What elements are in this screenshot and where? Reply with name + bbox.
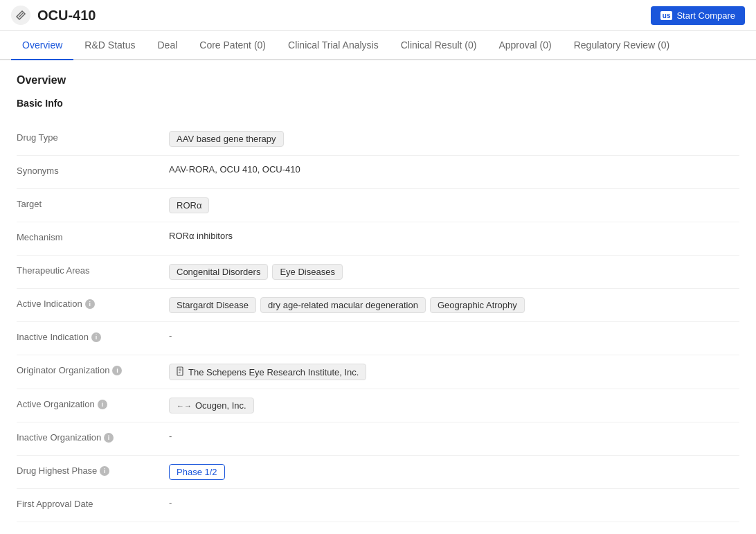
field-value: Stargardt Diseasedry age-related macular… <box>169 297 739 313</box>
start-compare-label: Start Compare <box>676 10 735 21</box>
field-value: Congenital DisordersEye Diseases <box>169 264 739 280</box>
tab-overview[interactable]: Overview <box>11 31 73 60</box>
field-label: Active Organizationi <box>17 398 169 409</box>
info-icon[interactable]: i <box>112 366 122 375</box>
info-rows: Drug TypeAAV based gene therapySynonymsA… <box>17 123 739 522</box>
app-header: OCU-410 us Start Compare <box>0 0 756 31</box>
header-left: OCU-410 <box>11 6 96 25</box>
content-area: Overview Basic Info Drug TypeAAV based g… <box>0 60 756 534</box>
tab-rd-status[interactable]: R&D Status <box>73 31 146 60</box>
start-compare-button[interactable]: us Start Compare <box>651 6 745 25</box>
info-row: Therapeutic AreasCongenital DisordersEye… <box>17 256 739 289</box>
info-row: Originator OrganizationiThe Schepens Eye… <box>17 355 739 389</box>
tab-deal[interactable]: Deal <box>147 31 189 60</box>
tag: dry age-related macular degeneration <box>260 297 426 313</box>
info-row: Active IndicationiStargardt Diseasedry a… <box>17 289 739 322</box>
field-label: Originator Organizationi <box>17 364 169 375</box>
org-name: Ocugen, Inc. <box>195 400 246 411</box>
dash-value: - <box>169 431 172 441</box>
field-value: RORα <box>169 197 739 213</box>
us-badge: us <box>660 11 673 20</box>
info-row: TargetRORα <box>17 189 739 222</box>
info-row: Active Organizationi←→Ocugen, Inc. <box>17 389 739 422</box>
field-value: Phase 1/2 <box>169 464 739 480</box>
field-value: The Schepens Eye Research Institute, Inc… <box>169 364 739 380</box>
tag: RORα <box>169 197 209 213</box>
drug-name: OCU-410 <box>37 8 96 24</box>
field-value: AAV-RORA, OCU 410, OCU-410 <box>169 164 739 175</box>
org-tag: ←→Ocugen, Inc. <box>169 398 254 413</box>
info-row: Inactive Indicationi- <box>17 322 739 355</box>
field-label: Inactive Organizationi <box>17 431 169 443</box>
arrow-icon: ←→ <box>177 402 192 410</box>
info-row: First Approval Date- <box>17 489 739 522</box>
field-value: RORα inhibitors <box>169 231 739 241</box>
field-label: Drug Highest Phasei <box>17 464 169 476</box>
phase-tag: Phase 1/2 <box>169 464 225 480</box>
field-label: Inactive Indicationi <box>17 330 169 342</box>
org-name: The Schepens Eye Research Institute, Inc… <box>188 367 359 377</box>
subsection-title: Basic Info <box>17 98 739 109</box>
tag: Congenital Disorders <box>169 264 268 280</box>
info-row: MechanismRORα inhibitors <box>17 222 739 256</box>
tag: AAV based gene therapy <box>169 131 284 147</box>
info-icon[interactable]: i <box>104 433 114 443</box>
text-value: AAV-RORA, OCU 410, OCU-410 <box>169 164 300 175</box>
field-value: - <box>169 497 739 508</box>
tag: Stargardt Disease <box>169 297 256 313</box>
info-icon[interactable]: i <box>100 466 109 476</box>
field-value: AAV based gene therapy <box>169 131 739 147</box>
tag: Geographic Atrophy <box>430 297 525 313</box>
org-icon <box>177 366 185 377</box>
field-label: Drug Type <box>17 131 169 143</box>
dash-value: - <box>169 330 172 341</box>
text-value: RORα inhibitors <box>169 231 233 241</box>
field-label: Synonyms <box>17 164 169 176</box>
section-title: Overview <box>17 74 739 87</box>
tab-clinical-trial[interactable]: Clinical Trial Analysis <box>277 31 390 60</box>
drug-icon <box>11 6 30 25</box>
info-row: Drug TypeAAV based gene therapy <box>17 123 739 156</box>
info-row: SynonymsAAV-RORA, OCU 410, OCU-410 <box>17 156 739 189</box>
field-label: Therapeutic Areas <box>17 264 169 276</box>
info-icon[interactable]: i <box>98 400 107 409</box>
info-icon[interactable]: i <box>85 299 95 309</box>
field-label: First Approval Date <box>17 497 169 509</box>
tab-bar: OverviewR&D StatusDealCore Patent (0)Cli… <box>0 31 756 60</box>
dash-value: - <box>169 497 172 508</box>
tab-clinical-result[interactable]: Clinical Result (0) <box>390 31 488 60</box>
org-tag: The Schepens Eye Research Institute, Inc… <box>169 364 366 380</box>
info-row: Inactive Organizationi- <box>17 422 739 456</box>
field-label: Mechanism <box>17 231 169 242</box>
info-icon[interactable]: i <box>91 332 101 342</box>
tag: Eye Diseases <box>272 264 342 280</box>
field-value: ←→Ocugen, Inc. <box>169 398 739 413</box>
tab-approval[interactable]: Approval (0) <box>487 31 562 60</box>
tab-regulatory-review[interactable]: Regulatory Review (0) <box>563 31 681 60</box>
tab-core-patent[interactable]: Core Patent (0) <box>188 31 277 60</box>
field-value: - <box>169 431 739 441</box>
field-label: Active Indicationi <box>17 297 169 309</box>
info-row: Drug Highest PhaseiPhase 1/2 <box>17 456 739 489</box>
field-label: Target <box>17 197 169 209</box>
field-value: - <box>169 330 739 341</box>
